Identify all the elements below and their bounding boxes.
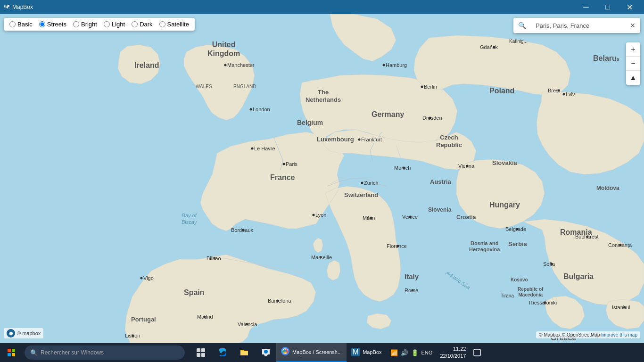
taskbar: 🔍 Rechercher sur Windows	[0, 343, 644, 362]
search-button[interactable]: 🔍	[513, 18, 531, 33]
store-button[interactable]	[256, 343, 276, 362]
svg-rect-10	[197, 348, 200, 352]
map-svg	[0, 14, 644, 343]
svg-rect-18	[474, 349, 480, 356]
dot-hamburg	[383, 64, 385, 66]
notification-button[interactable]	[470, 343, 485, 362]
windows-icon	[8, 349, 15, 356]
dot-dresden	[429, 117, 431, 119]
dot-lviv	[563, 93, 565, 96]
dot-manchester	[224, 64, 227, 66]
radio-bright[interactable]: Bright	[73, 21, 97, 28]
taskbar-icons	[190, 343, 276, 362]
taskbar-app-1-label: MapBox / Screensh...	[292, 349, 342, 355]
dot-florence	[397, 245, 399, 247]
radio-dark[interactable]: Dark	[132, 21, 152, 28]
map-container[interactable]: Basic Streets Bright Light Dark Satellit…	[0, 14, 644, 343]
titlebar-controls: ─ □ ✕	[575, 0, 640, 14]
clock[interactable]: 11:22 22/10/2017	[436, 346, 470, 360]
dot-brest	[558, 90, 560, 92]
taskbar-app-2[interactable]: M MapBox	[347, 343, 386, 362]
zoom-controls: + − ▲	[626, 42, 640, 85]
dot-bordeaux	[242, 229, 245, 231]
zoom-out-button[interactable]: −	[626, 57, 640, 71]
clock-time: 11:22	[440, 346, 466, 353]
search-box: 🔍 ✕	[513, 18, 640, 33]
svg-rect-12	[197, 353, 200, 357]
dot-barcelona	[277, 300, 279, 302]
dot-belgrade	[516, 228, 519, 230]
dot-thessaloniki	[544, 302, 546, 304]
search-clear-button[interactable]: ✕	[625, 18, 640, 33]
start-button[interactable]	[0, 343, 23, 362]
radio-basic[interactable]: Basic	[9, 21, 33, 28]
radio-light-input[interactable]	[104, 21, 110, 27]
search-input[interactable]	[531, 18, 625, 33]
toolbar: Basic Streets Bright Light Dark Satellit…	[4, 18, 195, 31]
mapbox-logo: ⬟ © mapbox	[4, 328, 43, 338]
mapbox-logo-text: © mapbox	[17, 330, 41, 336]
radio-bright-input[interactable]	[73, 21, 79, 27]
zoom-reset-button[interactable]: ▲	[626, 71, 640, 85]
dot-constanta	[619, 244, 622, 247]
maximize-button[interactable]: □	[597, 0, 619, 14]
taskview-icon	[197, 348, 205, 357]
taskbar-app-2-label: MapBox	[363, 349, 381, 355]
dot-marseille	[320, 256, 322, 259]
svg-rect-11	[201, 348, 205, 352]
battery-icon[interactable]: 🔋	[411, 349, 419, 356]
radio-streets-label: Streets	[47, 21, 66, 28]
svg-rect-7	[12, 349, 15, 352]
dot-lehavre	[251, 148, 254, 150]
network-icon[interactable]: 📶	[390, 349, 398, 356]
titlebar-left: 🗺 MapBox	[4, 4, 33, 10]
radio-streets[interactable]: Streets	[39, 21, 66, 28]
taskbar-apps: MapBox / Screensh... M MapBox	[276, 343, 387, 362]
titlebar: 🗺 MapBox ─ □ ✕	[0, 0, 644, 14]
dot-london	[250, 108, 252, 111]
volume-icon[interactable]: 🔊	[401, 349, 408, 356]
edge-button[interactable]	[212, 343, 233, 362]
clock-date: 22/10/2017	[440, 353, 466, 360]
zoom-in-button[interactable]: +	[626, 42, 640, 57]
dot-zurich	[361, 182, 363, 184]
radio-bright-label: Bright	[81, 21, 97, 28]
dot-bilbao	[214, 257, 216, 260]
dot-valencia	[246, 323, 248, 326]
system-tray: 📶 🔊 🔋 ENG	[387, 343, 437, 362]
svg-rect-8	[8, 353, 11, 356]
svg-rect-6	[8, 349, 11, 352]
radio-satellite-input[interactable]	[159, 21, 165, 27]
taskbar-app-1[interactable]: MapBox / Screensh...	[276, 343, 347, 362]
radio-satellite-label: Satellite	[167, 21, 189, 28]
svg-rect-13	[201, 353, 205, 357]
dot-lisbon	[132, 335, 134, 337]
explorer-icon	[239, 348, 249, 357]
radio-streets-input[interactable]	[39, 21, 45, 27]
taskbar-search[interactable]: 🔍 Rechercher sur Windows	[25, 346, 185, 360]
dot-vigo	[140, 277, 143, 280]
taskbar-search-label: Rechercher sur Windows	[41, 349, 104, 356]
explorer-button[interactable]	[234, 343, 255, 362]
close-button[interactable]: ✕	[619, 0, 640, 14]
taskview-button[interactable]	[190, 343, 211, 362]
dot-paris	[283, 163, 285, 165]
dot-bucharest	[586, 236, 589, 238]
chrome-icon	[281, 347, 289, 357]
radio-basic-label: Basic	[17, 21, 33, 28]
taskbar-search-icon: 🔍	[30, 349, 38, 356]
dot-vienna	[466, 165, 469, 167]
radio-dark-label: Dark	[140, 21, 152, 28]
dot-venice	[409, 216, 412, 218]
improve-map-link[interactable]: Improve this map	[601, 332, 637, 337]
store-icon	[261, 348, 271, 357]
radio-basic-input[interactable]	[9, 21, 16, 27]
minimize-button[interactable]: ─	[575, 0, 597, 14]
radio-dark-input[interactable]	[132, 21, 138, 27]
app-icon: 🗺	[4, 4, 9, 10]
lang-icon: ENG	[421, 350, 433, 355]
mapbox-taskbar-icon: M	[351, 348, 360, 356]
radio-light[interactable]: Light	[104, 21, 125, 28]
radio-satellite[interactable]: Satellite	[159, 21, 189, 28]
dot-lyon	[313, 214, 315, 216]
